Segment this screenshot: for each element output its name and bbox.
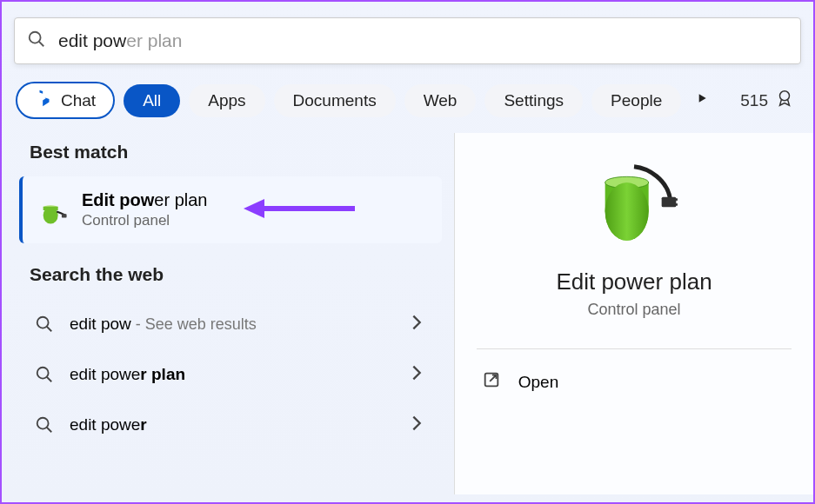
search-typed-text: edit pow <box>58 30 126 50</box>
power-plan-large-icon <box>591 161 678 248</box>
svg-rect-6 <box>62 214 67 217</box>
preview-title: Edit power plan <box>556 269 711 295</box>
settings-filter-button[interactable]: Settings <box>484 84 583 117</box>
search-icon <box>35 365 54 384</box>
chat-filter-label: Chat <box>61 91 96 110</box>
annotation-arrow <box>242 196 355 224</box>
search-web-heading: Search the web <box>30 264 454 285</box>
web-filter-button[interactable]: Web <box>404 84 477 117</box>
preview-subtitle: Control panel <box>587 301 680 319</box>
search-icon <box>35 315 54 334</box>
apps-filter-button[interactable]: Apps <box>189 84 264 117</box>
svg-rect-15 <box>675 198 678 201</box>
best-match-heading: Best match <box>30 142 454 162</box>
chat-filter-button[interactable]: Chat <box>16 82 115 119</box>
chevron-right-icon <box>407 363 426 386</box>
medal-icon <box>775 89 794 112</box>
search-bar[interactable]: edit power plan <box>14 17 801 64</box>
best-match-title: Edit power plan <box>82 190 207 210</box>
svg-rect-16 <box>675 203 678 206</box>
chevron-right-icon <box>407 414 426 436</box>
rewards-count: 515 <box>740 91 768 110</box>
open-label: Open <box>518 373 558 392</box>
best-match-result[interactable]: Edit power plan Control panel <box>19 176 442 243</box>
preview-panel: Edit power plan Control panel Open <box>454 133 813 494</box>
svg-point-2 <box>780 91 790 101</box>
all-filter-button[interactable]: All <box>124 84 180 117</box>
svg-point-12 <box>37 418 49 429</box>
svg-rect-5 <box>43 206 58 209</box>
web-result-label: edit power plan <box>70 365 407 384</box>
people-filter-button[interactable]: People <box>591 84 681 117</box>
web-result-item[interactable]: edit power plan <box>19 349 442 400</box>
power-plan-icon <box>38 196 68 225</box>
chevron-right-icon <box>407 313 426 335</box>
bing-icon <box>35 89 54 112</box>
search-icon <box>27 30 46 52</box>
search-completion-text: er plan <box>126 30 182 50</box>
web-result-item[interactable]: edit pow - See web results <box>19 299 442 349</box>
best-match-subtitle: Control panel <box>82 212 207 229</box>
svg-line-11 <box>47 377 52 382</box>
open-icon <box>482 370 501 394</box>
web-result-label: edit power <box>70 415 407 434</box>
svg-line-13 <box>47 428 52 433</box>
results-panel: Best match Edit power plan Control panel… <box>2 133 454 494</box>
svg-point-0 <box>30 32 41 43</box>
more-filters-icon[interactable] <box>695 91 709 109</box>
svg-point-21 <box>605 182 649 241</box>
search-icon <box>35 415 54 434</box>
documents-filter-button[interactable]: Documents <box>274 84 396 117</box>
web-result-item[interactable]: edit power <box>19 400 442 450</box>
svg-line-1 <box>39 42 44 47</box>
open-action[interactable]: Open <box>477 349 792 414</box>
svg-point-8 <box>37 317 49 328</box>
content-area: Best match Edit power plan Control panel… <box>2 133 813 494</box>
web-result-label: edit pow - See web results <box>70 315 407 334</box>
filter-row: Chat All Apps Documents Web Settings Peo… <box>2 64 813 133</box>
svg-rect-14 <box>662 197 677 208</box>
svg-line-9 <box>47 327 52 332</box>
web-results-list: edit pow - See web results edit power pl… <box>19 299 442 450</box>
search-input[interactable]: edit power plan <box>46 30 788 51</box>
rewards-badge[interactable]: 515 <box>740 89 799 112</box>
svg-point-10 <box>37 368 49 379</box>
